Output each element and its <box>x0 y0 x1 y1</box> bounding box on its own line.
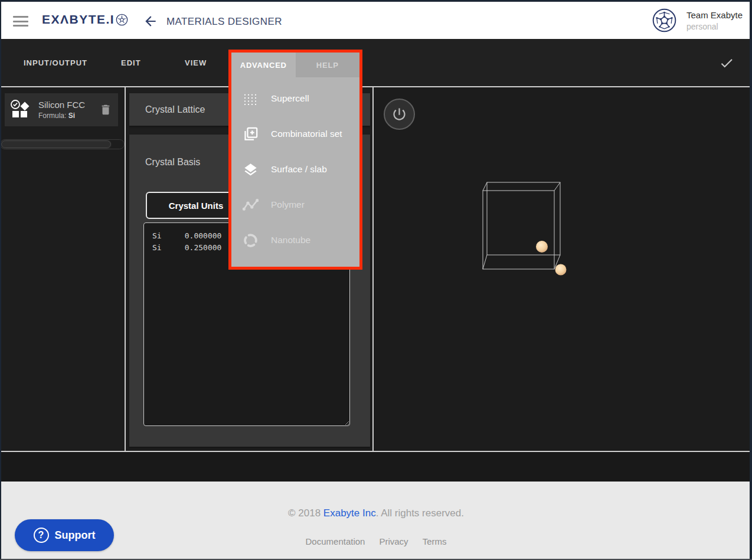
unit-cell-wireframe <box>483 182 560 269</box>
advanced-dropdown: Supercell Combinatorial set <box>231 77 359 258</box>
documentation-link[interactable]: Documentation <box>306 536 365 546</box>
nanotube-circle-icon <box>241 231 259 249</box>
menu-item-surface-slab[interactable]: Surface / slab <box>231 152 359 187</box>
support-label: Support <box>55 529 96 542</box>
material-selected-icon <box>10 99 31 120</box>
page-footer: © 2018 Exabyte Inc. All rights reserved.… <box>0 482 752 560</box>
crystal-3d-scene[interactable] <box>476 177 576 280</box>
atom-sphere <box>536 241 548 253</box>
material-list-item[interactable]: Silicon FCC Formula: Si <box>5 93 118 126</box>
designer-menubar: INPUT/OUTPUT EDIT VIEW <box>0 39 752 87</box>
materials-sidebar: Silicon FCC Formula: Si <box>0 87 126 451</box>
support-button[interactable]: ? Support <box>15 519 114 551</box>
supercell-icon <box>241 90 259 107</box>
window-edge-right <box>750 0 752 560</box>
material-name: Silicon FCC <box>38 100 99 110</box>
save-check-icon[interactable] <box>719 55 734 71</box>
power-icon <box>391 106 407 122</box>
tab-advanced[interactable]: ADVANCED <box>231 53 296 77</box>
layers-icon <box>241 161 259 178</box>
window-edge-top <box>0 0 752 2</box>
viewer-panel[interactable] <box>374 87 752 451</box>
delete-material-icon[interactable] <box>99 103 112 117</box>
help-question-icon: ? <box>34 528 49 543</box>
polymer-zigzag-icon <box>241 196 259 214</box>
back-arrow-icon[interactable] <box>143 14 158 29</box>
crystal-lattice-title: Crystal Lattice <box>145 104 205 115</box>
page-title: MATERIALS DESIGNER <box>166 16 282 28</box>
advanced-menu-annotation-box: ADVANCED HELP Supercell Combinatorial se… <box>228 50 362 270</box>
library-add-icon <box>241 125 259 143</box>
tab-input-output[interactable]: INPUT/OUTPUT <box>24 39 87 86</box>
privacy-link[interactable]: Privacy <box>379 536 408 546</box>
advanced-menu-tabs: ADVANCED HELP <box>231 53 359 77</box>
menu-item-combinatorial-set[interactable]: Combinatorial set <box>231 116 359 152</box>
material-text: Silicon FCC Formula: Si <box>38 100 99 120</box>
content-area: Silicon FCC Formula: Si Crystal Lattice … <box>0 87 752 452</box>
user-account-block[interactable]: Team Exabyte personal <box>652 8 743 33</box>
materials-designer-app: EXΛBYTE.I MATERIALS DESIGNER <box>0 0 752 560</box>
team-avatar-icon <box>652 8 677 33</box>
logo-text: EXΛBYTE.I <box>42 12 115 27</box>
user-name: Team Exabyte <box>686 10 743 20</box>
fullerene-logo-icon <box>116 14 128 26</box>
material-formula-value: Si <box>68 112 75 120</box>
app-header: EXΛBYTE.I MATERIALS DESIGNER <box>0 2 752 39</box>
tab-edit[interactable]: EDIT <box>121 39 141 86</box>
user-role: personal <box>686 22 743 31</box>
terms-link[interactable]: Terms <box>423 536 447 546</box>
tab-view[interactable]: VIEW <box>185 39 207 86</box>
menu-item-supercell[interactable]: Supercell <box>231 81 359 116</box>
atom-sphere <box>555 264 567 276</box>
copyright-line: © 2018 Exabyte Inc. All rights reserved. <box>0 507 752 519</box>
crystal-basis-title: Crystal Basis <box>145 157 200 168</box>
exabyte-inc-link[interactable]: Exabyte Inc <box>323 507 376 519</box>
hamburger-menu-icon[interactable] <box>13 16 28 27</box>
menu-item-polymer: Polymer <box>231 187 359 222</box>
tab-help[interactable]: HELP <box>296 53 360 77</box>
exabyte-logo[interactable]: EXΛBYTE.I <box>42 12 128 27</box>
material-formula: Formula: Si <box>38 112 99 120</box>
menu-item-nanotube: Nanotube <box>231 222 359 258</box>
power-button[interactable] <box>384 99 415 130</box>
window-edge-left <box>0 0 1 560</box>
bottom-dark-strip <box>0 452 752 482</box>
sidebar-horizontal-scrollbar[interactable] <box>0 139 125 149</box>
